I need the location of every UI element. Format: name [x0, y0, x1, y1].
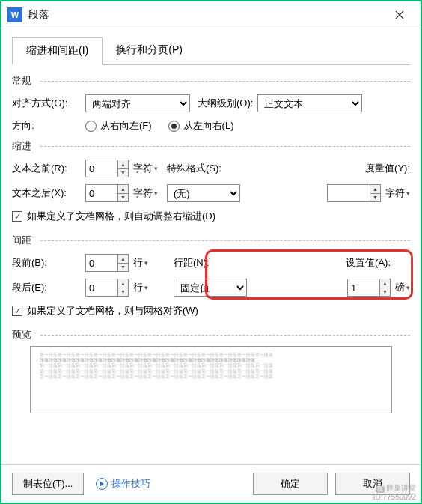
radio-icon — [85, 121, 97, 132]
close-icon — [395, 10, 404, 19]
checkbox-icon: ✓ — [12, 306, 22, 316]
group-preview: 预览 — [12, 328, 410, 341]
align-label: 对齐方式(G): — [12, 97, 81, 110]
spin-up-icon[interactable]: ▲ — [370, 185, 380, 194]
app-icon: W — [7, 7, 22, 22]
special-select[interactable]: (无) — [167, 184, 240, 202]
spin-up-icon[interactable]: ▲ — [117, 160, 128, 169]
titlebar: W 段落 — [1, 1, 421, 28]
special-label: 特殊格式(S): — [167, 162, 221, 175]
watermark: 顶胖巢讲堂 ID:77550092 — [373, 484, 416, 501]
space-before-unit[interactable]: 行 — [133, 256, 148, 270]
spin-up-icon[interactable]: ▲ — [117, 185, 128, 194]
dialog-footer: 制表位(T)... 操作技巧 确定 取消 — [1, 464, 421, 503]
measure-unit[interactable]: 字符 — [385, 186, 410, 200]
spin-up-icon[interactable]: ▲ — [117, 279, 128, 288]
indent-before-label: 文本之前(R): — [12, 162, 81, 175]
space-before-input[interactable]: ▲▼ — [85, 254, 129, 272]
spin-down-icon[interactable]: ▼ — [117, 194, 128, 202]
spin-down-icon[interactable]: ▼ — [117, 264, 128, 272]
measure-input[interactable]: ▲▼ — [327, 184, 381, 202]
tabs-button[interactable]: 制表位(T)... — [12, 473, 84, 495]
space-after-unit[interactable]: 行 — [133, 281, 148, 294]
highlight-box — [205, 249, 413, 300]
indent-before-input[interactable]: ▲▼ — [85, 160, 129, 177]
tips-link[interactable]: 操作技巧 — [96, 477, 150, 491]
radio-ltr[interactable]: 从左向右(L) — [168, 119, 234, 133]
spin-down-icon[interactable]: ▼ — [117, 288, 128, 297]
dialog-title: 段落 — [28, 8, 385, 22]
checkbox-icon: ✓ — [12, 211, 22, 222]
preview-box: 前一段落前一段落前一段落前一段落前一段落前一段落前一段落前一段落前一段落前一段落… — [30, 346, 392, 413]
radio-icon — [168, 121, 180, 132]
align-select[interactable]: 两端对齐 — [85, 94, 190, 112]
indent-after-input[interactable]: ▲▼ — [85, 184, 129, 202]
space-before-label: 段前(B): — [12, 256, 81, 270]
paragraph-dialog: W 段落 缩进和间距(I) 换行和分页(P) 常规 对齐方式(G): 两端对齐 … — [0, 0, 422, 504]
spin-up-icon[interactable]: ▲ — [117, 255, 128, 264]
tab-bar: 缩进和间距(I) 换行和分页(P) — [12, 37, 410, 65]
spin-down-icon[interactable]: ▼ — [117, 169, 128, 177]
dialog-body: 缩进和间距(I) 换行和分页(P) 常规 对齐方式(G): 两端对齐 大纲级别(… — [1, 28, 421, 464]
group-spacing: 间距 — [12, 234, 410, 247]
tab-indent-spacing[interactable]: 缩进和间距(I) — [12, 37, 103, 65]
tab-line-page-breaks[interactable]: 换行和分页(P) — [103, 37, 196, 64]
indent-before-unit[interactable]: 字符 — [133, 162, 158, 175]
play-icon — [96, 478, 108, 490]
radio-rtl[interactable]: 从右向左(F) — [85, 119, 152, 133]
spin-down-icon[interactable]: ▼ — [370, 194, 380, 202]
direction-label: 方向: — [12, 119, 81, 133]
space-after-input[interactable]: ▲▼ — [85, 279, 129, 297]
space-after-label: 段后(E): — [12, 281, 81, 294]
outline-select[interactable]: 正文文本 — [257, 94, 362, 112]
check-auto-indent[interactable]: ✓ 如果定义了文档网格，则自动调整右缩进(D) — [12, 210, 410, 223]
group-indent: 缩进 — [12, 139, 410, 153]
check-snap-to-grid[interactable]: ✓ 如果定义了文档网格，则与网格对齐(W) — [12, 304, 410, 318]
outline-label: 大纲级别(O): — [198, 97, 253, 110]
ok-button[interactable]: 确定 — [253, 473, 328, 495]
indent-after-unit[interactable]: 字符 — [133, 186, 158, 200]
indent-after-label: 文本之后(X): — [12, 186, 81, 200]
group-general: 常规 — [12, 74, 410, 88]
measure-label: 度量值(Y): — [365, 162, 410, 175]
close-button[interactable] — [385, 4, 415, 26]
